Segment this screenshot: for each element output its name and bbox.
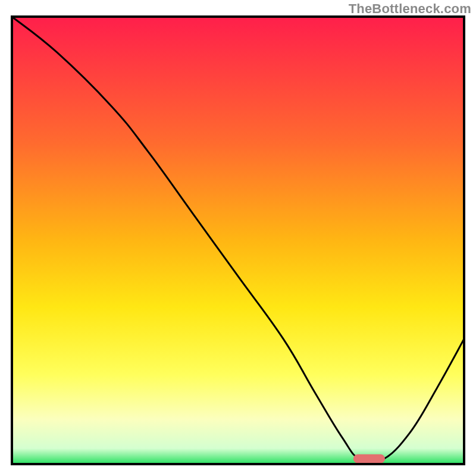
- optimal-marker: [353, 454, 385, 463]
- plot-background: [12, 17, 464, 464]
- watermark-text: TheBottleneck.com: [349, 1, 471, 17]
- bottleneck-chart: [0, 0, 476, 476]
